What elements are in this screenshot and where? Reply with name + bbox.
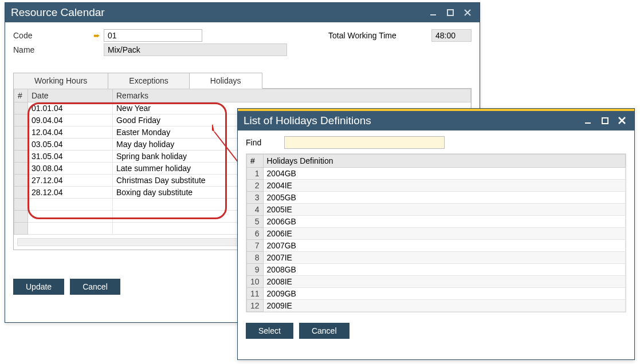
close-icon[interactable] [616,116,629,126]
cell-date: 30.08.04 [28,163,113,175]
holidays-col-num: # [14,89,28,102]
table-row[interactable]: 122009IE [247,300,626,312]
cell-definition: 2007GB [263,240,625,252]
cell-definition: 2008IE [263,276,625,288]
cell-date [28,199,113,211]
svg-rect-1 [447,10,453,15]
tab-exceptions[interactable]: Exceptions [108,73,189,89]
cell-date [28,223,113,235]
def-col-num: # [247,155,264,168]
holidays-col-remarks: Remarks [113,89,471,102]
table-row[interactable]: 52006GB [247,216,626,228]
cell-definition: 2005GB [263,192,625,204]
select-button[interactable]: Select [246,323,293,339]
cell-date: 01.01.04 [28,102,113,114]
table-row[interactable]: 62006IE [247,228,626,240]
cell-definition: 2006GB [263,216,625,228]
table-row[interactable]: 12004GB [247,168,626,180]
cell-definition: 2009GB [263,288,625,300]
cell-date: 03.05.04 [28,139,113,151]
table-row[interactable]: 72007GB [247,240,626,252]
code-label: Code [13,31,32,40]
row-number [14,211,28,223]
row-number: 2 [247,180,264,192]
cell-definition: 2007IE [263,252,625,264]
table-row[interactable]: 112009GB [247,288,626,300]
cell-definition: 2008GB [263,264,625,276]
hd-title: List of Holidays Definitions [244,114,371,127]
cell-date [28,211,113,223]
row-number: 1 [247,168,264,180]
rc-tabs: Working Hours Exceptions Holidays [13,72,472,89]
code-input[interactable] [104,29,202,42]
row-number [14,102,28,114]
table-row[interactable]: 102008IE [247,276,626,288]
cell-definition: 2004GB [263,168,625,180]
row-number [14,199,28,211]
row-number: 11 [247,288,264,300]
find-label: Find [246,138,261,147]
row-number [14,163,28,175]
row-number: 4 [247,204,264,216]
definitions-grid: # Holidays Definition 12004GB22004IE3200… [246,154,626,312]
name-label: Name [13,45,104,54]
row-number: 8 [247,252,264,264]
table-row[interactable]: 32005GB [247,192,626,204]
tab-holidays[interactable]: Holidays [190,73,262,89]
minimize-icon[interactable] [427,7,439,18]
maximize-icon[interactable] [444,7,457,18]
row-number [14,139,28,151]
table-row[interactable]: 42005IE [247,204,626,216]
table-row[interactable]: 82007IE [247,252,626,264]
hd-titlebar: List of Holidays Definitions [238,111,634,130]
table-row[interactable]: 92008GB [247,264,626,276]
row-number [14,187,28,199]
cell-date: 12.04.04 [28,126,113,139]
row-number: 10 [247,276,264,288]
close-icon[interactable] [461,7,474,18]
cell-date: 27.12.04 [28,175,113,187]
row-number [14,114,28,126]
cell-definition: 2004IE [263,180,625,192]
cell-definition: 2009IE [263,300,625,312]
svg-rect-6 [602,118,608,124]
cancel-button[interactable]: Cancel [70,279,120,295]
row-number [14,151,28,163]
cell-date: 09.04.04 [28,114,113,126]
row-number: 9 [247,264,264,276]
row-number: 12 [247,300,264,312]
cell-definition: 2005IE [263,204,625,216]
rc-title: Resource Calendar [11,6,105,19]
row-number: 5 [247,216,264,228]
row-number: 3 [247,192,264,204]
update-button[interactable]: Update [13,279,64,295]
find-input[interactable] [284,136,445,149]
row-number [14,175,28,187]
maximize-icon[interactable] [599,116,611,126]
row-number: 7 [247,240,264,252]
name-input [104,43,287,56]
arrow-icon[interactable]: ➨ [93,31,100,40]
cell-date: 28.12.04 [28,187,113,199]
holidays-col-date: Date [28,89,113,102]
tab-working-hours[interactable]: Working Hours [13,73,108,89]
cancel-button[interactable]: Cancel [299,323,350,339]
table-row[interactable]: 22004IE [247,180,626,192]
rc-titlebar: Resource Calendar [5,3,480,22]
row-number: 6 [247,228,264,240]
cell-definition: 2006IE [263,228,625,240]
cell-date: 31.05.04 [28,151,113,163]
total-label: Total Working Time [328,31,431,40]
row-number [14,126,28,139]
def-col-definition: Holidays Definition [263,155,625,168]
minimize-icon[interactable] [582,116,594,126]
total-input [431,29,472,42]
holidays-definitions-window: List of Holidays Definitions Find # Holi… [237,108,635,360]
row-number [14,223,28,235]
